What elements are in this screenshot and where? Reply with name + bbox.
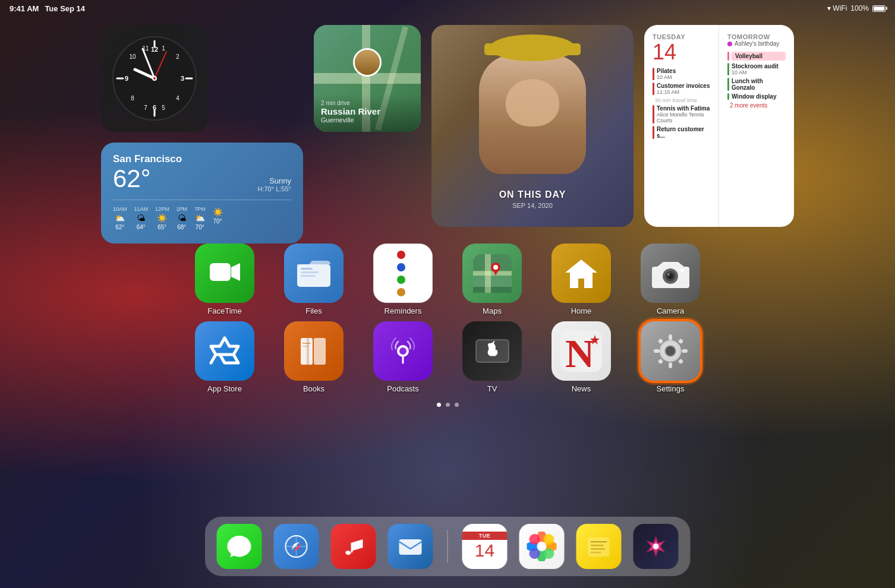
dock-music[interactable]	[331, 524, 376, 569]
svg-rect-60	[657, 338, 663, 344]
page-dot-2[interactable]	[446, 403, 450, 407]
app-books-label: Books	[303, 384, 324, 393]
dock: TUE 14	[205, 517, 691, 576]
battery-icon	[872, 5, 885, 12]
dock-photos[interactable]	[519, 524, 565, 569]
photo-label-date: SEP 14, 2020	[499, 202, 566, 209]
svg-text:6: 6	[153, 104, 156, 111]
svg-text:2: 2	[176, 53, 179, 60]
svg-rect-82	[591, 545, 604, 546]
svg-rect-70	[399, 539, 422, 555]
cal-event-invoices: Customer invoices	[657, 83, 710, 89]
app-facetime-label: FaceTime	[207, 306, 241, 315]
svg-text:7: 7	[144, 105, 147, 111]
svg-rect-43	[314, 338, 326, 365]
app-maps[interactable]: Maps	[459, 244, 525, 315]
dock-messages[interactable]	[217, 524, 262, 569]
app-settings-label: Settings	[657, 384, 685, 393]
clock-face: 12 6 9 3 2 10 4 8 1 11 7 5	[110, 34, 199, 123]
svg-rect-25	[301, 268, 313, 270]
app-appstore[interactable]: App Store	[192, 321, 257, 393]
photo-widget[interactable]: ON THIS DAY SEP 14, 2020	[431, 25, 634, 227]
svg-marker-36	[565, 260, 597, 288]
cal-event-return: Return customer s...	[657, 126, 710, 139]
app-tv[interactable]: TV	[459, 321, 525, 393]
dock-calendar-day: TUE	[462, 532, 508, 540]
svg-rect-58	[654, 349, 660, 353]
svg-rect-69	[351, 543, 353, 552]
svg-point-55	[666, 346, 675, 356]
app-facetime[interactable]: FaceTime	[192, 244, 257, 315]
app-maps-label: Maps	[483, 306, 502, 315]
app-reminders[interactable]: Reminders	[370, 244, 436, 315]
calendar-widget[interactable]: TUESDAY 14 Pilates 10 AM Customer invoic…	[644, 25, 794, 227]
status-time: 9:41 AM	[10, 4, 39, 13]
app-home[interactable]: Home	[549, 244, 614, 315]
app-tv-label: TV	[487, 384, 497, 393]
dock-calendar-num: 14	[475, 540, 494, 561]
svg-rect-63	[677, 358, 683, 364]
cal-event-tennis: Tennis with Fatima	[657, 105, 710, 112]
cal-tomorrow-label: TOMORROW	[727, 33, 786, 40]
dock-safari[interactable]	[274, 524, 319, 569]
status-date: Tue Sep 14	[45, 4, 85, 13]
app-news-label: News	[572, 384, 591, 393]
svg-point-79	[537, 542, 547, 551]
svg-rect-45	[302, 343, 311, 344]
page-dot-1[interactable]	[437, 403, 441, 407]
app-row-1: FaceTime Files	[192, 244, 703, 315]
svg-point-21	[153, 77, 156, 80]
weather-hilo: H:70° L:55°	[257, 185, 291, 192]
svg-rect-57	[669, 362, 672, 368]
cal-more-events: 2 more events	[730, 102, 786, 109]
dock-notes[interactable]	[576, 524, 622, 569]
maps-widget[interactable]: 2 min drive Russian River Guerneville	[314, 25, 421, 132]
cal-birthday: Ashley's birthday	[727, 40, 786, 47]
photo-label: ON THIS DAY SEP 14, 2020	[499, 189, 566, 209]
svg-rect-22	[210, 263, 231, 281]
svg-text:4: 4	[176, 95, 179, 102]
svg-rect-62	[657, 358, 663, 364]
svg-rect-59	[682, 349, 688, 353]
app-files[interactable]: Files	[281, 244, 346, 315]
dock-calendar[interactable]: TUE 14	[462, 524, 508, 569]
svg-rect-56	[669, 334, 672, 340]
svg-rect-32	[473, 271, 512, 276]
svg-rect-26	[301, 271, 319, 273]
weather-condition: Sunny	[257, 176, 291, 185]
svg-rect-27	[301, 275, 316, 277]
calendar-tomorrow: TOMORROW Ashley's birthday Volleyball St…	[719, 25, 794, 227]
svg-text:8: 8	[131, 95, 134, 102]
dock-mail[interactable]	[388, 524, 433, 569]
app-camera[interactable]: Camera	[638, 244, 703, 315]
app-files-label: Files	[305, 306, 322, 315]
svg-marker-23	[231, 263, 240, 281]
svg-rect-44	[307, 338, 309, 365]
svg-rect-30	[473, 287, 512, 293]
svg-rect-84	[591, 552, 601, 554]
app-books[interactable]: Books	[281, 321, 346, 393]
clock-widget[interactable]: 12 6 9 3 2 10 4 8 1 11 7 5	[101, 25, 208, 132]
svg-text:12: 12	[151, 46, 158, 53]
svg-text:N: N	[565, 331, 594, 372]
app-news[interactable]: N News	[549, 321, 614, 393]
svg-point-48	[399, 347, 406, 355]
svg-rect-80	[588, 538, 610, 557]
app-podcasts-label: Podcasts	[387, 384, 418, 393]
app-appstore-label: App Store	[207, 384, 242, 393]
dock-divider	[448, 530, 448, 563]
svg-rect-81	[591, 541, 607, 543]
weather-widget[interactable]: San Francisco 62° Sunny H:70° L:55° 10AM…	[101, 143, 303, 244]
app-row-2: App Store Books	[192, 321, 703, 393]
weather-hourly: 10AM⛅62° 11AM🌤64° 12PM☀️65° 1PM🌤68° 7PM⛅…	[113, 200, 291, 230]
dock-arcade[interactable]	[634, 524, 679, 569]
maps-distance: 2 min drive	[321, 100, 414, 106]
app-settings[interactable]: Settings	[638, 321, 703, 393]
app-podcasts[interactable]: Podcasts	[370, 321, 436, 393]
svg-point-34	[493, 265, 498, 270]
svg-point-40	[667, 273, 670, 276]
maps-info: 2 min drive Russian River Guerneville	[314, 94, 421, 132]
wifi-icon: ▾ WiFi	[827, 4, 847, 12]
svg-point-41	[680, 268, 684, 272]
page-dot-3[interactable]	[455, 403, 459, 407]
